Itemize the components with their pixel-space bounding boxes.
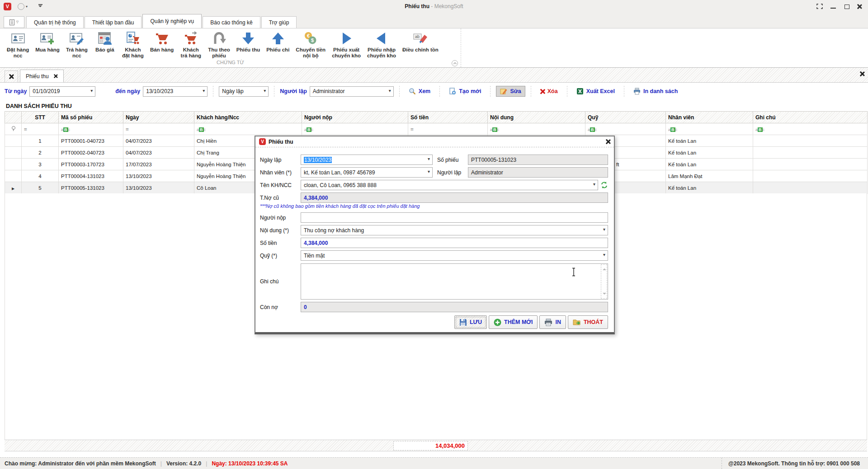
cart-icon (154, 31, 170, 46)
dialog-close-icon[interactable] (606, 139, 610, 144)
remaining-label: Còn nợ (260, 304, 301, 310)
ribbon-item-dat-hang-ncc[interactable]: Đặt hàngncc (4, 30, 32, 60)
edit-pencil-icon (500, 88, 507, 95)
col-quy[interactable]: Quỹ (585, 112, 666, 123)
print-button[interactable]: IN (539, 315, 566, 329)
col-ma-so-phieu[interactable]: Mã số phiếu (59, 112, 123, 123)
ribbon-item-tra-hang-ncc[interactable]: Trả hàngncc (63, 30, 91, 60)
ribbon-item-dieu-chinh-ton[interactable]: ab Điều chỉnh tồn (399, 30, 442, 54)
ribbon-item-phieu-chi[interactable]: Phiếu chi (263, 30, 292, 54)
col-so-tien[interactable]: Số tiền (408, 112, 488, 123)
fund-combo[interactable]: Tiền mặt (301, 250, 608, 261)
scrollbar[interactable] (601, 264, 607, 299)
application-menu-button[interactable]: ▽ (4, 16, 24, 28)
number-filter-icon (410, 127, 414, 132)
col-nhan-vien[interactable]: Nhân viên (666, 112, 753, 123)
create-new-button[interactable]: Tạo mới (445, 86, 485, 96)
filter-customer[interactable]: aBc (194, 123, 302, 135)
ribbon-item-phieu-nhap-chuyen-kho[interactable]: Phiếu nhậpchuyển kho (364, 30, 399, 60)
header-row: STT Mã số phiếu Ngày Khách hàng/Ncc Ngườ… (5, 112, 868, 123)
date-label: Ngày lập (260, 157, 301, 163)
customer-combo[interactable]: cloan, Cô Loan, 0965 388 888 (301, 180, 598, 190)
col-khach-hang[interactable]: Khách hàng/Ncc (194, 112, 302, 123)
ribbon-item-thu-theo-phieu[interactable]: Thu theophiếu (205, 30, 233, 60)
exit-button[interactable]: THOÁT (568, 315, 608, 329)
ribbon-item-ban-hang[interactable]: Bán hàng (147, 30, 177, 54)
magnifier-icon (409, 88, 416, 95)
to-date-combo[interactable]: 13/10/2023 (143, 86, 208, 97)
maximize-button[interactable] (844, 4, 850, 9)
triangle-right-icon (339, 31, 354, 46)
col-nguoi-nop[interactable]: Người nộp (302, 112, 408, 123)
tab-quan-ly-nghiep-vu[interactable]: Quản lý nghiệp vụ (142, 14, 202, 28)
doc-tab-phieu-thu[interactable]: Phiếu thu (20, 70, 64, 82)
tab-bao-cao-thong-ke[interactable]: Báo cáo thống kê (203, 16, 260, 28)
number-field[interactable]: PTT00005-131023 (468, 155, 608, 165)
payer-input[interactable] (301, 212, 608, 223)
creator-field[interactable]: Administrator (468, 167, 608, 178)
old-debt-label: T.Nợ cũ (260, 195, 301, 201)
ribbon-item-khach-dat-hang[interactable]: Kháchđặt hàng (119, 30, 147, 60)
filter-note[interactable]: aBc (753, 123, 868, 135)
filter-bar: Từ ngày 01/10/2019 đến ngày 13/10/2023 N… (5, 85, 681, 98)
add-new-button[interactable]: THÊM MỚI (489, 315, 538, 329)
remaining-field[interactable]: 0 (301, 302, 608, 312)
old-debt-field[interactable]: 4,384,000 (301, 192, 608, 203)
creator-combo[interactable]: Administrator (310, 86, 394, 97)
staff-combo[interactable]: kt, Kế toán Lan, 0987 456789 (301, 167, 433, 178)
version-text: Version: 4.2.0 (166, 460, 201, 467)
delete-button[interactable]: Xóa (537, 87, 561, 96)
date-combo[interactable]: 13/10/2023 (301, 155, 433, 165)
ribbon-item-khach-tra-hang[interactable]: Kháchtrả hàng (177, 30, 205, 60)
filter-staff[interactable]: aBc (666, 123, 753, 135)
ribbon-collapse-icon[interactable] (452, 60, 458, 66)
from-date-combo[interactable]: 01/10/2019 (29, 86, 95, 97)
welcome-text: Chào mừng: Administrator đến với phần mề… (0, 460, 156, 467)
number-label: Số phiếu (433, 157, 468, 163)
minimize-button[interactable] (830, 4, 836, 9)
filter-payer[interactable]: aBc (302, 123, 408, 135)
tabstrip-close-icon[interactable] (860, 71, 864, 76)
save-button[interactable]: LƯU (454, 315, 487, 329)
remark-textarea[interactable] (301, 263, 608, 300)
close-button[interactable] (857, 4, 862, 9)
filter-amount[interactable] (408, 123, 488, 135)
ribbon-item-chuyen-tien-noi-bo[interactable]: €$ Chuyển tiềnnội bộ (292, 30, 329, 60)
sort-field-combo[interactable]: Ngày lập (219, 86, 269, 97)
selected-row-marker (5, 182, 22, 194)
amount-input[interactable]: 4,384,000 (301, 238, 608, 248)
view-button[interactable]: Xem (405, 86, 434, 96)
tab-quan-tri-he-thong[interactable]: Quản trị hệ thống (26, 16, 84, 28)
refresh-icon[interactable] (600, 181, 608, 189)
document-tab-strip: Phiếu thu (0, 68, 868, 82)
ribbon-item-phieu-thu[interactable]: Phiếu thu (233, 30, 263, 54)
ribbon-item-phieu-xuat-chuyen-kho[interactable]: Phiếu xuấtchuyển kho (329, 30, 364, 60)
text-filter-icon: aBc (61, 127, 70, 132)
col-ghi-chu[interactable]: Ghi chú (753, 112, 868, 123)
export-excel-button[interactable]: Xuất Excel (573, 86, 618, 96)
filter-date[interactable] (123, 123, 194, 135)
filter-fund[interactable]: aBc (585, 123, 666, 135)
ribbon-item-bao-gia[interactable]: Báo giá (91, 30, 119, 54)
text-cursor (571, 267, 576, 277)
ribbon-item-mua-hang[interactable]: Mua hàng (32, 30, 63, 54)
from-date-label: Từ ngày (5, 88, 27, 94)
close-all-tabs-button[interactable] (5, 70, 18, 82)
col-ngay[interactable]: Ngày (123, 112, 194, 123)
ribbon-group-label: CHỨNG TỪ (0, 60, 461, 67)
content-combo[interactable]: Thu công nợ khách hàng (301, 225, 608, 235)
filter-stt[interactable] (22, 123, 59, 135)
text-filter-icon: aBc (755, 127, 764, 132)
col-noi-dung[interactable]: Nội dung (488, 112, 585, 123)
tab-thiet-lap-ban-dau[interactable]: Thiết lập ban đầu (85, 16, 142, 28)
filter-code[interactable]: aBc (59, 123, 123, 135)
remark-label: Ghi chú (260, 278, 301, 285)
edit-button[interactable]: Sửa (496, 86, 525, 97)
tab-tro-giup[interactable]: Trợ giúp (261, 16, 297, 28)
col-stt[interactable]: STT (22, 112, 59, 123)
filter-content[interactable]: aBc (488, 123, 585, 135)
print-list-button[interactable]: In danh sách (630, 86, 681, 96)
fullscreen-icon[interactable] (816, 4, 823, 9)
text-filter-icon: aBc (668, 127, 677, 132)
close-tab-icon[interactable] (54, 74, 57, 78)
